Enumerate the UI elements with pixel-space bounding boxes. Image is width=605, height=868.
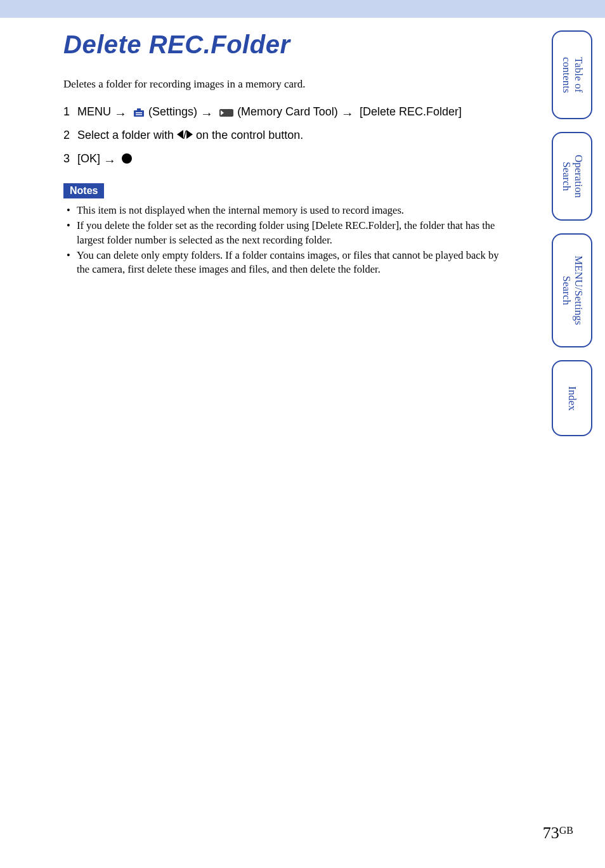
step-2: 2 Select a folder with / on the control …: [63, 127, 507, 144]
step-1: 1 MENU (Settings) (Memory Card Tool) [De…: [63, 103, 507, 120]
tab-operation-search[interactable]: OperationSearch: [552, 132, 592, 221]
tab-label: MENU/SettingsSearch: [560, 256, 583, 325]
step-3: 3 [OK]: [63, 150, 507, 167]
step-text: [OK]: [77, 150, 507, 167]
main-content: Delete REC.Folder Deletes a folder for r…: [0, 18, 533, 276]
memory-card-tool-icon: [219, 106, 234, 116]
side-navigation: Table ofcontents OperationSearch MENU/Se…: [552, 30, 592, 436]
step-number: 3: [63, 150, 77, 167]
header-bar: [0, 0, 605, 18]
memtool-label: (Memory Card Tool): [237, 105, 338, 118]
tab-table-of-contents[interactable]: Table ofcontents: [552, 30, 592, 119]
svg-rect-3: [136, 114, 142, 115]
step2-prefix: Select a folder with: [77, 129, 177, 141]
note-item: You can delete only empty folders. If a …: [67, 249, 507, 277]
tab-label: Index: [566, 386, 578, 411]
ok-label: [OK]: [77, 152, 100, 165]
arrow-icon: [103, 155, 119, 164]
page-number: 73GB: [543, 824, 573, 843]
page-suffix: GB: [559, 825, 573, 836]
tab-index[interactable]: Index: [552, 360, 592, 436]
step-text: Select a folder with / on the control bu…: [77, 127, 507, 144]
step-number: 1: [63, 103, 77, 120]
left-arrow-icon: [177, 130, 183, 139]
tab-menu-settings-search[interactable]: MENU/SettingsSearch: [552, 233, 592, 347]
step-text: MENU (Settings) (Memory Card Tool) [Dele…: [77, 103, 507, 120]
step2-suffix: on the control button.: [193, 129, 303, 141]
arrow-icon: [200, 108, 216, 117]
svg-rect-1: [137, 108, 141, 111]
settings-label: (Settings): [148, 105, 197, 118]
svg-rect-0: [134, 110, 144, 117]
arrow-icon: [341, 108, 356, 117]
arrow-icon: [114, 108, 129, 117]
note-item: If you delete the folder set as the reco…: [67, 219, 507, 247]
tab-label: Table ofcontents: [560, 57, 583, 93]
settings-icon: [133, 106, 145, 116]
notes-header: Notes: [63, 183, 104, 198]
svg-rect-2: [136, 112, 142, 113]
note-item: This item is not displayed when the inte…: [67, 204, 507, 217]
center-button-icon: [122, 153, 132, 164]
right-arrow-icon: [186, 130, 193, 139]
step-number: 2: [63, 127, 77, 144]
target-label: [Delete REC.Folder]: [360, 105, 462, 118]
tab-label: OperationSearch: [560, 155, 583, 198]
intro-text: Deletes a folder for recording images in…: [63, 78, 507, 91]
page-num-value: 73: [543, 824, 559, 842]
page-title: Delete REC.Folder: [63, 30, 507, 59]
menu-label: MENU: [77, 105, 111, 118]
notes-list: This item is not displayed when the inte…: [63, 204, 507, 276]
